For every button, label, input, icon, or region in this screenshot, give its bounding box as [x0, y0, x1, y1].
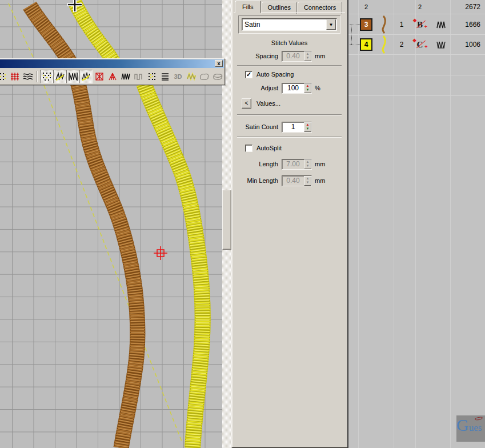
length-stepper: ▲▼: [282, 159, 312, 170]
stitch-zigzag-icon[interactable]: [119, 70, 132, 83]
stitch-values-title: Stitch Values: [234, 39, 345, 46]
auto-spacing-label: Auto Spacing: [256, 71, 294, 78]
adjust-unit: %: [312, 85, 320, 91]
length-input: [282, 159, 304, 169]
spacing-unit: mm: [312, 53, 325, 59]
fill-cross-icon[interactable]: [93, 70, 106, 83]
stitch-type-icon: [431, 41, 451, 49]
adjust-stepper[interactable]: ▲▼: [282, 83, 312, 94]
fill-pattern-icon[interactable]: [0, 70, 8, 83]
auto-split-label: AutoSplit: [256, 145, 282, 151]
fill-zigzag-curve-icon[interactable]: [53, 70, 66, 83]
total-stitch-count: 2672: [451, 3, 483, 11]
min-length-stepper: ▲▼: [282, 175, 312, 186]
auto-spacing-checkbox[interactable]: ✓: [245, 71, 252, 78]
spinner-arrows-icon[interactable]: ▲▼: [304, 83, 311, 93]
color-chip[interactable]: 4: [360, 38, 372, 51]
tree-connector: [351, 25, 352, 45]
stitch-blanket-icon[interactable]: [132, 70, 145, 83]
guest-watermark: Gues: [456, 415, 485, 442]
object-thumbnail: [374, 35, 394, 54]
auto-split-checkbox[interactable]: ✓: [245, 145, 252, 152]
spinner-arrows-icon: ▲▼: [304, 159, 311, 169]
separator: [237, 65, 342, 66]
fill-grid-icon[interactable]: [8, 70, 21, 83]
properties-tabs: Fills Outlines Connectors: [235, 1, 343, 13]
separator: [237, 114, 342, 115]
chevron-down-icon[interactable]: ▼: [326, 19, 336, 30]
close-icon[interactable]: x: [215, 60, 223, 67]
stitch-count: 1006: [451, 41, 483, 49]
toolbar-separator: [37, 71, 38, 82]
stitch-type-icon: [431, 21, 451, 29]
stitch-type-value: Satin: [242, 21, 326, 29]
stitch-count: 1666: [451, 21, 483, 29]
toolbar-titlebar[interactable]: x: [0, 59, 224, 68]
object-order: 2: [394, 41, 409, 49]
stitch-wave-yellow-icon[interactable]: [185, 70, 198, 83]
shape-cloud2-icon[interactable]: [211, 70, 224, 83]
sequence-row[interactable]: 31B◆+1666: [348, 15, 485, 35]
fill-tatami-icon[interactable]: [40, 70, 53, 83]
stitch-3d-icon[interactable]: 3D: [171, 70, 185, 83]
fill-triangle-icon[interactable]: [106, 70, 119, 83]
stitch-lines-icon[interactable]: [158, 70, 171, 83]
colors-count: 2: [359, 3, 374, 10]
spinner-arrows-icon: ▲▼: [304, 176, 311, 186]
embroidery-app-window: x: [0, 0, 485, 448]
adjust-input[interactable]: [282, 83, 304, 93]
min-length-unit: mm: [312, 177, 325, 184]
sequence-header: 2 2 2672: [348, 0, 485, 14]
fill-motif-icon[interactable]: [145, 70, 158, 83]
connector-cell: [348, 35, 359, 54]
satin-count-label: Satin Count: [234, 123, 282, 130]
spacing-stepper: ▲▼: [282, 51, 312, 62]
connector-cell: [348, 15, 359, 34]
input-tool-icon: C◆+: [409, 40, 431, 50]
fills-tab-page: Satin ▼ Stitch Values Spacing ▲▼ mm ✓ Au…: [234, 12, 345, 447]
shape-cloud-icon[interactable]: [198, 70, 211, 83]
scrollbar-thumb[interactable]: [222, 190, 231, 250]
min-length-input: [282, 176, 304, 186]
fill-fan-icon[interactable]: [79, 70, 93, 83]
adjust-label: Adjust: [234, 85, 282, 91]
fill-wave-icon[interactable]: [21, 70, 34, 83]
object-thumbnail: [374, 15, 394, 34]
separator: [237, 137, 342, 138]
stitch-type-toolbar[interactable]: x: [0, 58, 225, 85]
sequence-list-panel: 2 2 2672 31B◆+166642C◆+1006 Gues: [347, 0, 485, 448]
spacing-input: [282, 51, 304, 61]
spacing-label: Spacing: [234, 53, 282, 59]
min-length-label: Min Length: [234, 177, 282, 184]
stitch-type-frame: Satin ▼: [238, 15, 340, 34]
spinner-arrows-icon: ▲▼: [304, 51, 311, 61]
fill-satin-icon[interactable]: [66, 70, 79, 83]
tab-fills[interactable]: Fills: [235, 1, 261, 13]
stitch-type-dropdown[interactable]: Satin ▼: [242, 18, 337, 31]
3d-label: 3D: [174, 73, 182, 80]
object-properties-panel: Fills Outlines Connectors Satin ▼ Stitch…: [231, 0, 347, 448]
values-button-label[interactable]: Values...: [251, 100, 280, 107]
satin-count-input[interactable]: [282, 122, 304, 132]
objects-count: 2: [409, 3, 431, 10]
color-chip[interactable]: 3: [360, 18, 372, 31]
object-order: 1: [394, 21, 409, 29]
satin-count-stepper[interactable]: ▲▼: [282, 122, 312, 133]
watermark-logo-icon: [475, 417, 483, 421]
length-unit: mm: [312, 161, 325, 167]
toolbar-buttons-row: 3D: [0, 69, 225, 85]
length-label: Length: [234, 161, 282, 167]
satin-column-yellow: [144, 83, 203, 448]
insertion-marker: [154, 246, 167, 260]
sequence-row[interactable]: 42C◆+1006: [348, 35, 485, 55]
values-collapse-button[interactable]: <: [242, 98, 251, 109]
spinner-arrows-icon[interactable]: ▲▼: [304, 122, 311, 132]
input-tool-icon: B◆+: [409, 20, 431, 30]
